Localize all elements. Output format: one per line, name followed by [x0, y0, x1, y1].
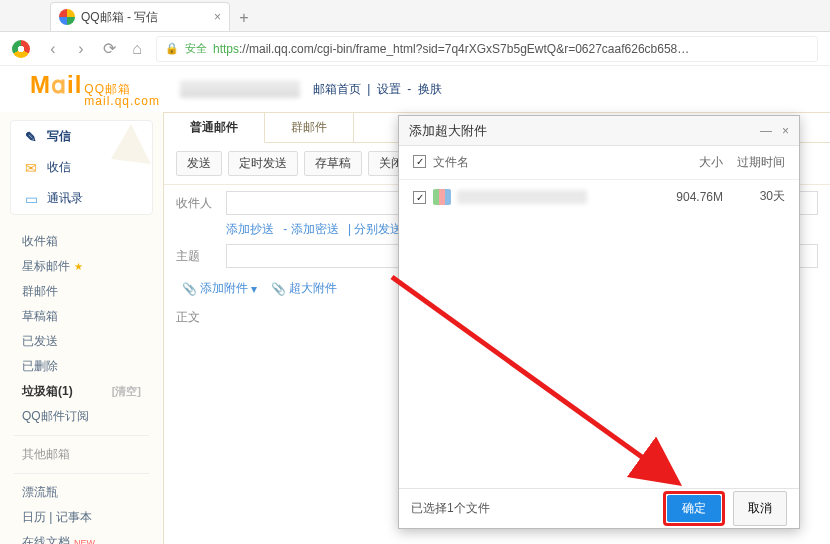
dialog-window-controls: — ×	[760, 124, 789, 138]
cancel-button[interactable]: 取消	[733, 491, 787, 526]
ok-button[interactable]: 确定	[667, 495, 721, 522]
to-label: 收件人	[176, 195, 218, 212]
add-attachment-link[interactable]: 📎添加附件 ▾	[182, 280, 257, 297]
subject-label: 主题	[176, 248, 218, 265]
sidebar-item-group[interactable]: 群邮件	[0, 279, 163, 304]
sidebar-item-deleted[interactable]: 已删除	[0, 354, 163, 379]
col-filename: 文件名	[433, 154, 649, 171]
sidebar-item-inbox[interactable]: 收件箱	[0, 229, 163, 254]
sidebar-compose[interactable]: ✎ 写信	[11, 121, 152, 152]
inbox-icon: ✉	[23, 160, 39, 176]
select-all-checkbox[interactable]: ✓	[413, 155, 426, 168]
mail-header: Mɑil QQ邮箱mail.qq.com 邮箱首页 | 设置 - 换肤	[0, 66, 830, 112]
forward-icon[interactable]: ›	[72, 40, 90, 58]
sidebar: ✎ 写信 ✉ 收信 ▭ 通讯录 收件箱 星标邮件★ 群邮件 草稿箱 已发送 已删…	[0, 112, 163, 544]
link-settings[interactable]: 设置	[377, 82, 401, 96]
link-skin[interactable]: 换肤	[418, 82, 442, 96]
sidebar-item-subscribe[interactable]: QQ邮件订阅	[0, 404, 163, 429]
reload-icon[interactable]: ⟳	[100, 39, 118, 58]
sidebar-item-calendar[interactable]: 日历 | 记事本	[0, 505, 163, 530]
send-button[interactable]: 发送	[176, 151, 222, 176]
file-expire: 30天	[723, 188, 785, 205]
back-icon[interactable]: ‹	[44, 40, 62, 58]
star-icon: ★	[74, 261, 83, 272]
dialog-file-list: ✓ 904.76M 30天	[399, 180, 799, 488]
file-thumb-icon	[433, 189, 451, 205]
secure-label: 安全	[185, 41, 207, 56]
large-attachment-dialog: 添加超大附件 — × ✓ 文件名 大小 过期时间 ✓ 904.76M 30天 已…	[398, 115, 800, 529]
new-badge: NEW	[74, 538, 95, 545]
user-info-blurred	[180, 80, 300, 98]
save-draft-button[interactable]: 存草稿	[304, 151, 362, 176]
browser-tab-strip: QQ邮箱 - 写信 × +	[0, 0, 830, 32]
file-name-blurred	[457, 190, 587, 204]
file-size: 904.76M	[649, 190, 723, 204]
address-bar: ‹ › ⟳ ⌂ 🔒 安全 https://mail.qq.com/cgi-bin…	[0, 32, 830, 66]
lock-icon: 🔒	[165, 42, 179, 55]
sidebar-item-drafts[interactable]: 草稿箱	[0, 304, 163, 329]
logo-il: il	[67, 71, 82, 99]
header-links: 邮箱首页 | 设置 - 换肤	[310, 81, 444, 98]
minimize-icon[interactable]: —	[760, 124, 772, 138]
sidebar-contacts[interactable]: ▭ 通讯录	[11, 183, 152, 214]
url-box[interactable]: 🔒 安全 https://mail.qq.com/cgi-bin/frame_h…	[156, 36, 818, 62]
file-row[interactable]: ✓ 904.76M 30天	[399, 180, 799, 213]
body-label: 正文	[176, 309, 218, 326]
file-checkbox[interactable]: ✓	[413, 191, 426, 204]
sidebar-divider	[14, 435, 149, 436]
paperclip-icon: 📎	[271, 282, 286, 296]
sidebar-action-card: ✎ 写信 ✉ 收信 ▭ 通讯录	[10, 120, 153, 215]
spam-clear-link[interactable]: [清空]	[112, 384, 141, 399]
close-tab-icon[interactable]: ×	[214, 10, 221, 24]
sidebar-item-other[interactable]: 其他邮箱	[0, 442, 163, 467]
close-icon[interactable]: ×	[782, 124, 789, 138]
chrome-logo-icon	[12, 40, 30, 58]
pencil-icon: ✎	[23, 129, 39, 145]
home-icon[interactable]: ⌂	[128, 40, 146, 58]
ok-highlight-box: 确定	[663, 491, 725, 526]
add-cc-link[interactable]: 添加抄送	[226, 222, 274, 236]
qqmail-favicon	[59, 9, 75, 25]
new-tab-button[interactable]: +	[230, 9, 258, 31]
sidebar-receive[interactable]: ✉ 收信	[11, 152, 152, 183]
tab-group-mail[interactable]: 群邮件	[265, 113, 354, 142]
add-bcc-link[interactable]: 添加密送	[291, 222, 339, 236]
link-mail-home[interactable]: 邮箱首页	[313, 82, 361, 96]
logo-cn: QQ邮箱mail.qq.com	[84, 83, 160, 107]
dialog-titlebar[interactable]: 添加超大附件 — ×	[399, 116, 799, 146]
sidebar-divider	[14, 473, 149, 474]
sidebar-folders: 收件箱 星标邮件★ 群邮件 草稿箱 已发送 已删除 垃圾箱(1) [清空] QQ…	[0, 225, 163, 544]
url-scheme: https	[213, 42, 239, 56]
sidebar-compose-label: 写信	[47, 128, 71, 145]
sidebar-item-spam[interactable]: 垃圾箱(1) [清空]	[0, 379, 163, 404]
url-text: https://mail.qq.com/cgi-bin/frame_html?s…	[213, 42, 689, 56]
timed-send-button[interactable]: 定时发送	[228, 151, 298, 176]
sidebar-receive-label: 收信	[47, 159, 71, 176]
logo-m: M	[30, 71, 51, 99]
dialog-status: 已选择1个文件	[411, 500, 490, 517]
col-expire: 过期时间	[723, 154, 785, 171]
dialog-footer: 已选择1个文件 确定 取消	[399, 488, 799, 528]
sidebar-item-sent[interactable]: 已发送	[0, 329, 163, 354]
browser-tab[interactable]: QQ邮箱 - 写信 ×	[50, 2, 230, 31]
url-rest: ://mail.qq.com/cgi-bin/frame_html?sid=7q…	[239, 42, 689, 56]
dialog-title: 添加超大附件	[409, 122, 487, 140]
sidebar-item-star[interactable]: 星标邮件★	[0, 254, 163, 279]
logo-o: ɑ	[51, 71, 67, 99]
sidebar-item-bottle[interactable]: 漂流瓶	[0, 480, 163, 505]
contacts-icon: ▭	[23, 191, 39, 207]
tab-normal-mail[interactable]: 普通邮件	[164, 113, 265, 143]
tab-title: QQ邮箱 - 写信	[81, 9, 158, 26]
dialog-column-header: ✓ 文件名 大小 过期时间	[399, 146, 799, 180]
sidebar-item-doc[interactable]: 在线文档 NEW	[0, 530, 163, 544]
sidebar-contacts-label: 通讯录	[47, 190, 83, 207]
add-large-attachment-link[interactable]: 📎超大附件	[271, 280, 337, 297]
col-size: 大小	[649, 154, 723, 171]
paperclip-icon: 📎	[182, 282, 197, 296]
qqmail-logo[interactable]: Mɑil QQ邮箱mail.qq.com	[30, 71, 160, 107]
send-separately-link[interactable]: 分别发送	[354, 222, 402, 236]
